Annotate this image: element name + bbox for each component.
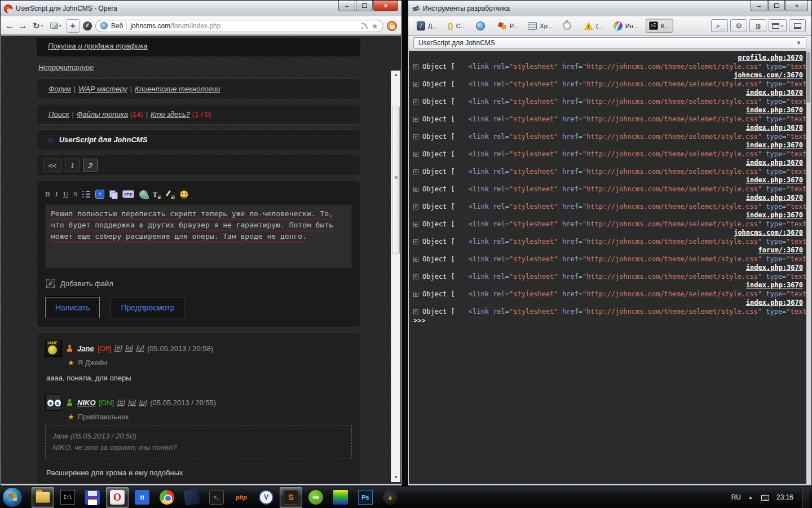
close-button[interactable]: × bbox=[373, 1, 398, 11]
start-button[interactable] bbox=[2, 487, 23, 507]
maximize-button[interactable] bbox=[356, 1, 373, 11]
rss-icon[interactable] bbox=[361, 23, 368, 29]
username-link[interactable]: Jane bbox=[77, 344, 94, 353]
layout-button[interactable]: ▾ bbox=[769, 19, 787, 32]
php-code-icon[interactable]: php bbox=[122, 190, 134, 198]
attach-file-checkbox[interactable]: ✓ bbox=[46, 279, 55, 288]
dock-button[interactable] bbox=[789, 19, 806, 32]
images-button[interactable]: ▾ bbox=[48, 21, 63, 30]
quote-link[interactable]: [o] bbox=[125, 344, 133, 352]
expand-icon[interactable]: + bbox=[413, 274, 418, 279]
expand-icon[interactable]: + bbox=[413, 117, 418, 122]
nav-client-link[interactable]: Клиентские технологии bbox=[135, 85, 220, 93]
scrollbar[interactable]: ▲ ▼ bbox=[391, 71, 400, 482]
tab-errors[interactable]: (... bbox=[581, 20, 606, 32]
expand-icon[interactable]: + bbox=[413, 82, 418, 87]
smiley-icon[interactable] bbox=[180, 190, 188, 199]
console-object-line[interactable]: +Object [<link rel="stylesheet" href="ht… bbox=[413, 63, 803, 72]
page-2-button[interactable]: 2 bbox=[83, 159, 98, 172]
breadcrumb-link[interactable]: Покупка и продажа трафика bbox=[48, 42, 148, 50]
taskbar-php-editor[interactable]: php bbox=[230, 487, 253, 508]
show-desktop-button[interactable] bbox=[802, 487, 809, 508]
taskbar-green-app[interactable]: HS bbox=[304, 487, 327, 508]
strike-button[interactable]: S bbox=[73, 190, 77, 199]
avatar[interactable]: JANE bbox=[45, 340, 62, 357]
copy-icon[interactable] bbox=[109, 190, 117, 198]
opera-titlebar[interactable]: UserScript для JohnCMS - Opera – × bbox=[1, 1, 401, 16]
taskbar-opera[interactable]: O bbox=[106, 487, 129, 508]
tray-expand-icon[interactable]: ▲ bbox=[748, 495, 753, 500]
taskbar-sublime[interactable]: S bbox=[280, 487, 302, 508]
avatar[interactable] bbox=[45, 394, 62, 411]
expand-icon[interactable]: + bbox=[413, 134, 418, 139]
taskbar-dark-app[interactable] bbox=[180, 487, 203, 508]
console-source-link[interactable]: index.php:3670 bbox=[746, 159, 803, 167]
console-object-line[interactable]: +Object [<link rel="stylesheet" href="ht… bbox=[413, 203, 803, 212]
username-link[interactable]: NIKO bbox=[77, 398, 96, 407]
expand-icon[interactable]: + bbox=[413, 187, 418, 192]
expand-icon[interactable]: + bbox=[413, 239, 418, 244]
expand-icon[interactable]: + bbox=[413, 99, 418, 104]
console-source-link[interactable]: index.php:3670 bbox=[746, 141, 803, 149]
message-textarea[interactable]: Решил полностью переписать скрипт теперь… bbox=[45, 204, 352, 268]
console-object-line[interactable]: +Object [<link rel="stylesheet" href="ht… bbox=[413, 115, 803, 124]
reload-button[interactable]: ↻▾ bbox=[31, 20, 45, 32]
console-source-link[interactable]: johncms.com/:3670 bbox=[734, 71, 803, 79]
language-indicator[interactable]: RU bbox=[731, 493, 741, 501]
list-icon[interactable] bbox=[82, 191, 90, 198]
console-source-link[interactable]: index.php:3670 bbox=[746, 281, 803, 289]
tab-inspector[interactable]: Ин... bbox=[611, 19, 641, 33]
console-object-line[interactable]: +Object [<link rel="stylesheet" href="ht… bbox=[413, 185, 803, 194]
expand-icon[interactable]: + bbox=[413, 222, 418, 227]
expand-icon[interactable]: + bbox=[413, 204, 418, 209]
taskbar-terminal[interactable]: >_ bbox=[205, 487, 228, 508]
bookmark-star-icon[interactable]: ★ bbox=[371, 21, 378, 30]
console-source-link[interactable]: index.php:3670 bbox=[746, 194, 803, 202]
nav-who-link[interactable]: Кто здесь? bbox=[151, 110, 190, 119]
bold-button[interactable]: B bbox=[45, 190, 50, 199]
tab-scripts[interactable]: {}С... bbox=[445, 19, 469, 32]
taskbar-blue-app[interactable]: п bbox=[131, 487, 153, 508]
devtools-titlebar[interactable]: Инструменты разработчика – × bbox=[408, 1, 811, 16]
console-object-line[interactable]: +Object [<link rel="stylesheet" href="ht… bbox=[413, 98, 803, 107]
nav-files-link[interactable]: Файлы топика bbox=[77, 110, 128, 119]
context-selector[interactable]: UserScript для JohnCMS ▼ bbox=[413, 37, 806, 49]
nav-wap-link[interactable]: WAP мастеру bbox=[78, 85, 127, 93]
expand-icon[interactable]: + bbox=[413, 309, 418, 314]
expand-icon[interactable]: + bbox=[413, 257, 418, 262]
quote-link[interactable]: [o] bbox=[129, 398, 136, 406]
maximize-button[interactable] bbox=[768, 1, 785, 11]
anchor-link[interactable]: [#] bbox=[117, 398, 125, 406]
console-source-link[interactable]: index.php:3670 bbox=[746, 124, 803, 132]
tab-resources[interactable]: Р... bbox=[495, 19, 520, 33]
devtools-scrollbar[interactable] bbox=[806, 51, 811, 484]
unread-link[interactable]: Непрочитанное bbox=[38, 63, 94, 72]
address-url[interactable]: johncms.com/forum/index.php bbox=[130, 22, 220, 30]
taskbar-chrome[interactable] bbox=[156, 487, 178, 508]
network-tray-icon[interactable] bbox=[760, 494, 769, 501]
address-bar[interactable]: Веб johncms.com/forum/index.php ★ bbox=[95, 20, 383, 32]
tab-network[interactable] bbox=[473, 19, 491, 33]
taskbar-gradient-app[interactable] bbox=[329, 487, 352, 508]
double-down-arrows-icon[interactable]: ↓↓ bbox=[47, 135, 52, 144]
scroll-down-icon[interactable]: ▼ bbox=[391, 473, 400, 482]
panels-button[interactable]: + bbox=[67, 19, 80, 33]
minimize-button[interactable]: – bbox=[751, 1, 767, 11]
forward-button[interactable]: → bbox=[18, 20, 28, 32]
console-source-link[interactable]: index.php:3670 bbox=[746, 106, 803, 114]
console-object-line[interactable]: +Object [<link rel="stylesheet" href="ht… bbox=[413, 220, 803, 229]
italic-button[interactable]: I bbox=[55, 190, 58, 199]
console-object-line[interactable]: +Object [<link rel="stylesheet" href="ht… bbox=[413, 168, 803, 177]
expand-icon[interactable]: + bbox=[413, 169, 418, 174]
tab-profiler[interactable] bbox=[560, 19, 577, 32]
console-source-link[interactable]: profile.php:3670 bbox=[738, 54, 803, 62]
clock[interactable]: 23:16 bbox=[776, 493, 793, 501]
console-prompt[interactable]: >>> bbox=[413, 316, 803, 325]
expand-icon[interactable]: + bbox=[413, 152, 418, 157]
console-object-line[interactable]: +Object [<link rel="stylesheet" href="ht… bbox=[413, 255, 803, 264]
preview-button[interactable]: Предпросмотр bbox=[111, 297, 184, 318]
nav-search-link[interactable]: Поиск bbox=[48, 110, 69, 119]
submit-button[interactable]: Написать bbox=[45, 297, 100, 318]
taskbar-v-app[interactable]: V bbox=[255, 487, 277, 508]
tab-console[interactable]: >IК... bbox=[646, 19, 673, 33]
